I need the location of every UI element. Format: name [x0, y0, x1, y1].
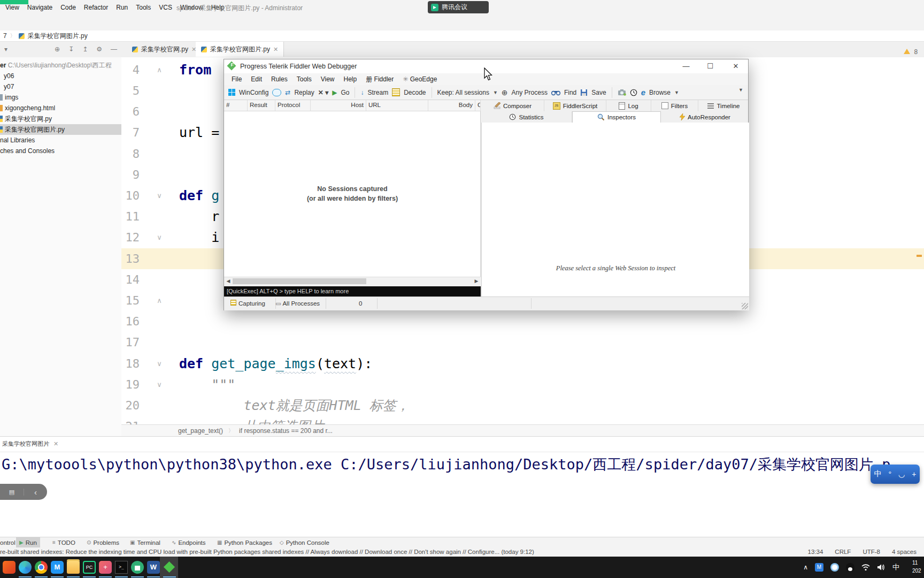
- any-process-button[interactable]: Any Process: [512, 89, 548, 96]
- hide-panel-icon[interactable]: —: [111, 45, 117, 53]
- tab-autoresponder[interactable]: AutoResponder: [661, 111, 749, 123]
- ime-moon-icon[interactable]: ◡: [898, 470, 905, 478]
- fiddler-menu-view[interactable]: View: [321, 75, 335, 83]
- find-button[interactable]: Find: [564, 89, 576, 96]
- gear-icon[interactable]: ⚙: [96, 45, 102, 53]
- fiddler-menu-tools[interactable]: Tools: [297, 75, 312, 83]
- tab-filters[interactable]: Filters: [651, 100, 698, 111]
- toolwindow-python-console[interactable]: ◇Python Console: [280, 537, 329, 547]
- tab-file-2-active[interactable]: 采集学校官网图片.py ✕: [196, 42, 284, 57]
- scroll-left-icon[interactable]: ◀: [224, 277, 233, 285]
- fold-marker[interactable]: ∨: [155, 374, 164, 395]
- scroll-to-end-icon[interactable]: ▤: [0, 489, 24, 496]
- chrome-browser-icon[interactable]: [35, 561, 48, 574]
- decode-button[interactable]: Decode: [404, 89, 426, 96]
- scroll-right-icon[interactable]: ▶: [472, 277, 481, 285]
- menu-refactor[interactable]: Refactor: [84, 4, 108, 11]
- ime-chinese-mode[interactable]: 中: [874, 469, 881, 479]
- file-explorer-icon[interactable]: [67, 561, 80, 574]
- close-button[interactable]: ✕: [726, 59, 746, 73]
- toolwindow-terminal[interactable]: ▣Terminal: [130, 537, 160, 547]
- browse-button[interactable]: Browse: [649, 89, 671, 96]
- collapse-left-icon[interactable]: ‹: [24, 488, 47, 497]
- tab-statistics[interactable]: Statistics: [481, 111, 572, 123]
- menu-run[interactable]: Run: [116, 4, 128, 11]
- tree-item-html[interactable]: xigongcheng.html: [0, 103, 122, 113]
- tray-browser-icon[interactable]: [830, 563, 839, 572]
- word-icon[interactable]: W: [147, 561, 160, 574]
- resize-grip[interactable]: [742, 303, 748, 309]
- tree-item-py1[interactable]: 采集学校官网.py: [0, 113, 122, 124]
- tab-file-1[interactable]: 采集学校官网.py ✕: [127, 42, 202, 57]
- tree-item-py2-selected[interactable]: 采集学校官网图片.py: [0, 124, 122, 135]
- chevron-down-icon[interactable]: ▾: [4, 45, 7, 53]
- tab-log[interactable]: Log: [606, 100, 651, 111]
- scroll-thumb[interactable]: [233, 278, 366, 284]
- comment-bubble-icon[interactable]: [272, 89, 281, 96]
- close-icon[interactable]: ✕: [273, 46, 278, 53]
- session-list[interactable]: No Sessions captured (or all were hidden…: [224, 111, 481, 277]
- column-host[interactable]: Host: [311, 100, 366, 111]
- breadcrumb-function[interactable]: get_page_text(): [178, 427, 223, 435]
- console-output[interactable]: G:\mytoools\python\python38\python.exe C…: [2, 455, 924, 474]
- toolwindow-todo[interactable]: ≡TODO: [52, 537, 75, 547]
- fiddler-menu-geoedge[interactable]: ✳ GeoEdge: [403, 75, 437, 83]
- tray-expand-icon[interactable]: ∧: [803, 564, 808, 571]
- keep-sessions-dropdown[interactable]: Keep: All sessions: [437, 89, 489, 96]
- chevron-down-icon[interactable]: ▼: [493, 90, 498, 95]
- toolwindow-problems[interactable]: ⊙Problems: [87, 537, 119, 547]
- fiddler-window[interactable]: F Progress Telerik Fiddler Web Debugger …: [224, 59, 749, 310]
- ime-fullwidth-icon[interactable]: °: [888, 470, 891, 478]
- tab-inspectors-active[interactable]: Inspectors: [572, 111, 661, 123]
- fiddler-menu-help[interactable]: Help: [344, 75, 357, 83]
- pycharm-running-app-icon[interactable]: [163, 561, 176, 574]
- column-body[interactable]: Body: [428, 100, 475, 111]
- tray-m-icon[interactable]: M: [815, 563, 823, 572]
- status-indent[interactable]: 4 spaces: [892, 547, 917, 557]
- replay-button[interactable]: Replay: [294, 89, 314, 96]
- cmd-terminal-icon[interactable]: >_: [115, 561, 128, 574]
- quickexec-input[interactable]: [QuickExec] ALT+Q > type HELP to learn m…: [224, 286, 481, 296]
- fold-marker[interactable]: ∧: [155, 290, 164, 311]
- timer-clock-icon[interactable]: [630, 89, 637, 96]
- breadcrumb-folder[interactable]: 7: [3, 32, 7, 40]
- chevron-down-icon[interactable]: ▼: [674, 90, 679, 95]
- status-encoding[interactable]: UTF-8: [863, 547, 880, 557]
- go-button[interactable]: Go: [341, 89, 349, 96]
- menu-code[interactable]: Code: [60, 4, 76, 11]
- run-tab[interactable]: 采集学校官网图片 ✕: [2, 440, 58, 448]
- notes-app-icon[interactable]: [131, 561, 144, 574]
- close-icon[interactable]: ✕: [53, 440, 58, 447]
- fold-marker[interactable]: ∧: [155, 59, 164, 80]
- status-message[interactable]: re-built shared indexes: Reduce the inde…: [0, 549, 534, 555]
- edge-browser-icon[interactable]: [19, 561, 32, 574]
- pycharm-icon[interactable]: PC: [83, 561, 96, 574]
- column-index[interactable]: #: [224, 100, 248, 111]
- tree-item-imgs[interactable]: imgs: [0, 92, 122, 103]
- fold-marker[interactable]: ∨: [155, 353, 164, 374]
- minimize-button[interactable]: —: [676, 59, 696, 73]
- office-app-icon[interactable]: [3, 561, 16, 574]
- locate-file-icon[interactable]: ⊕: [55, 45, 60, 53]
- session-column-headers[interactable]: # Result Protocol Host URL Body C: [224, 100, 481, 111]
- tree-item-day06[interactable]: y06: [0, 71, 122, 81]
- fiddler-menu-fiddler[interactable]: 册 Fiddler: [366, 75, 394, 84]
- column-cut[interactable]: C: [475, 100, 481, 111]
- wifi-icon[interactable]: [861, 564, 870, 571]
- console-floating-controls[interactable]: ▤ ‹: [0, 484, 47, 500]
- project-root[interactable]: er C:\Users\liujianhong\Desktop\西工程: [0, 60, 121, 71]
- winconfig-button[interactable]: WinConfig: [239, 89, 268, 96]
- m-app-icon[interactable]: M: [51, 561, 64, 574]
- tab-timeline[interactable]: Timeline: [698, 100, 749, 111]
- menu-navigate[interactable]: Navigate: [27, 4, 52, 11]
- tab-composer[interactable]: Composer: [481, 100, 544, 111]
- fiddler-menu-file[interactable]: File: [232, 75, 242, 83]
- screenshot-camera-icon[interactable]: [618, 89, 626, 96]
- tree-item-day07[interactable]: y07: [0, 81, 122, 92]
- fiddler-menu-rules[interactable]: Rules: [271, 75, 288, 83]
- collapse-all-icon[interactable]: ↥: [82, 45, 88, 53]
- tab-fiddlerscript[interactable]: JSFiddlerScript: [544, 100, 606, 111]
- fold-marker[interactable]: ∨: [155, 227, 164, 248]
- tree-item-scratches[interactable]: ches and Consoles: [0, 146, 121, 156]
- ime-more-icon[interactable]: +: [912, 470, 916, 478]
